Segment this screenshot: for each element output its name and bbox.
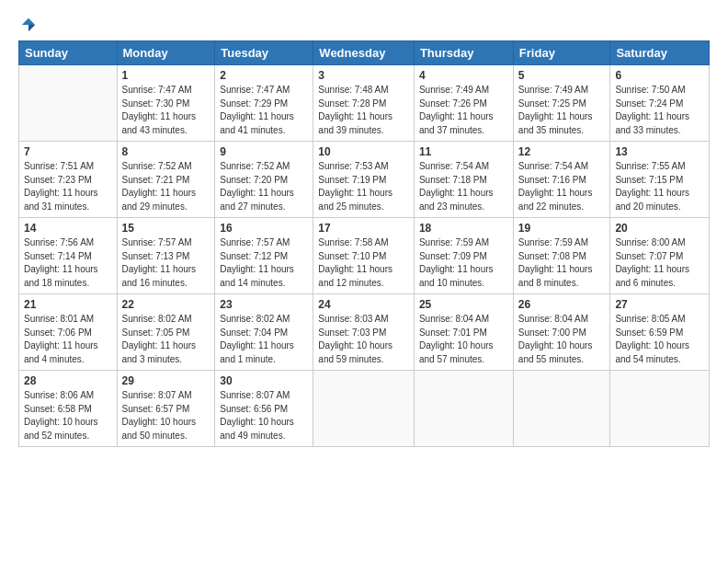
day-number: 3 [318,69,409,82]
day-number: 9 [220,145,308,158]
calendar-cell: 26Sunrise: 8:04 AM Sunset: 7:00 PM Dayli… [513,294,610,371]
day-number: 16 [220,222,308,235]
day-info: Sunrise: 7:54 AM Sunset: 7:18 PM Dayligh… [419,160,508,213]
day-number: 29 [122,374,210,387]
calendar-cell: 27Sunrise: 8:05 AM Sunset: 6:59 PM Dayli… [610,294,710,371]
calendar-cell: 23Sunrise: 8:02 AM Sunset: 7:04 PM Dayli… [215,294,313,371]
day-info: Sunrise: 8:01 AM Sunset: 7:06 PM Dayligh… [24,313,112,366]
calendar-cell: 20Sunrise: 8:00 AM Sunset: 7:07 PM Dayli… [610,218,710,294]
day-number: 25 [419,298,508,311]
calendar-cell: 7Sunrise: 7:51 AM Sunset: 7:23 PM Daylig… [19,142,118,218]
calendar-cell: 22Sunrise: 8:02 AM Sunset: 7:05 PM Dayli… [117,294,215,371]
calendar-week-row: 14Sunrise: 7:56 AM Sunset: 7:14 PM Dayli… [19,218,710,294]
day-number: 17 [318,222,409,235]
day-number: 30 [220,374,308,387]
calendar-cell [513,371,610,447]
day-info: Sunrise: 7:55 AM Sunset: 7:15 PM Dayligh… [615,160,704,213]
calendar-header-monday: Monday [117,41,215,65]
day-info: Sunrise: 7:56 AM Sunset: 7:14 PM Dayligh… [24,236,112,290]
calendar-cell: 25Sunrise: 8:04 AM Sunset: 7:01 PM Dayli… [414,294,513,371]
calendar-cell: 6Sunrise: 7:50 AM Sunset: 7:24 PM Daylig… [610,65,710,142]
calendar-cell: 4Sunrise: 7:49 AM Sunset: 7:26 PM Daylig… [414,65,513,142]
day-info: Sunrise: 7:52 AM Sunset: 7:20 PM Dayligh… [220,160,308,213]
calendar-cell: 1Sunrise: 7:47 AM Sunset: 7:30 PM Daylig… [117,65,215,142]
day-number: 14 [24,222,112,235]
day-number: 28 [24,374,112,387]
calendar-cell: 29Sunrise: 8:07 AM Sunset: 6:57 PM Dayli… [117,371,215,447]
day-info: Sunrise: 7:58 AM Sunset: 7:10 PM Dayligh… [318,236,409,290]
day-number: 6 [615,69,704,82]
calendar-cell: 17Sunrise: 7:58 AM Sunset: 7:10 PM Dayli… [313,218,415,294]
day-info: Sunrise: 7:52 AM Sunset: 7:21 PM Dayligh… [122,160,210,213]
calendar-cell [313,371,415,447]
day-info: Sunrise: 7:50 AM Sunset: 7:24 PM Dayligh… [615,84,704,137]
day-number: 26 [518,298,606,311]
day-info: Sunrise: 7:59 AM Sunset: 7:08 PM Dayligh… [518,236,606,290]
day-info: Sunrise: 7:54 AM Sunset: 7:16 PM Dayligh… [518,160,606,213]
calendar-cell: 9Sunrise: 7:52 AM Sunset: 7:20 PM Daylig… [215,142,313,218]
calendar-cell: 24Sunrise: 8:03 AM Sunset: 7:03 PM Dayli… [313,294,415,371]
day-number: 13 [615,145,704,158]
calendar-cell [414,371,513,447]
day-number: 23 [220,298,308,311]
day-number: 2 [220,69,308,82]
calendar-header-tuesday: Tuesday [215,41,313,65]
day-number: 18 [419,222,508,235]
calendar-cell: 21Sunrise: 8:01 AM Sunset: 7:06 PM Dayli… [19,294,118,371]
day-number: 4 [419,69,508,82]
day-number: 12 [518,145,606,158]
day-number: 22 [122,298,210,311]
day-number: 1 [122,69,210,82]
logo-icon [20,17,37,33]
calendar-cell: 8Sunrise: 7:52 AM Sunset: 7:21 PM Daylig… [117,142,215,218]
calendar-cell: 14Sunrise: 7:56 AM Sunset: 7:14 PM Dayli… [19,218,118,294]
calendar-week-row: 7Sunrise: 7:51 AM Sunset: 7:23 PM Daylig… [19,142,710,218]
calendar-cell: 2Sunrise: 7:47 AM Sunset: 7:29 PM Daylig… [215,65,313,142]
day-number: 20 [615,222,704,235]
calendar-header-wednesday: Wednesday [313,41,415,65]
calendar-week-row: 28Sunrise: 8:06 AM Sunset: 6:58 PM Dayli… [19,371,710,447]
calendar-cell: 3Sunrise: 7:48 AM Sunset: 7:28 PM Daylig… [313,65,415,142]
day-info: Sunrise: 8:04 AM Sunset: 7:01 PM Dayligh… [419,313,508,366]
calendar-week-row: 1Sunrise: 7:47 AM Sunset: 7:30 PM Daylig… [19,65,710,142]
calendar-header-thursday: Thursday [414,41,513,65]
calendar-cell: 10Sunrise: 7:53 AM Sunset: 7:19 PM Dayli… [313,142,415,218]
day-info: Sunrise: 8:03 AM Sunset: 7:03 PM Dayligh… [318,313,409,366]
calendar-cell [19,65,118,142]
day-info: Sunrise: 7:49 AM Sunset: 7:25 PM Dayligh… [518,84,606,137]
day-info: Sunrise: 7:47 AM Sunset: 7:29 PM Dayligh… [220,84,308,137]
page: SundayMondayTuesdayWednesdayThursdayFrid… [0,0,728,563]
logo [18,17,37,33]
day-info: Sunrise: 7:47 AM Sunset: 7:30 PM Dayligh… [122,84,210,137]
svg-marker-0 [22,18,35,25]
day-info: Sunrise: 8:05 AM Sunset: 6:59 PM Dayligh… [615,313,704,366]
day-number: 5 [518,69,606,82]
calendar-cell: 16Sunrise: 7:57 AM Sunset: 7:12 PM Dayli… [215,218,313,294]
calendar-cell: 11Sunrise: 7:54 AM Sunset: 7:18 PM Dayli… [414,142,513,218]
day-info: Sunrise: 7:49 AM Sunset: 7:26 PM Dayligh… [419,84,508,137]
calendar-cell [610,371,710,447]
calendar-header-saturday: Saturday [610,41,710,65]
day-number: 15 [122,222,210,235]
calendar-header-sunday: Sunday [19,41,118,65]
day-number: 27 [615,298,704,311]
day-info: Sunrise: 8:04 AM Sunset: 7:00 PM Dayligh… [518,313,606,366]
day-number: 21 [24,298,112,311]
day-number: 10 [318,145,409,158]
day-info: Sunrise: 7:59 AM Sunset: 7:09 PM Dayligh… [419,236,508,290]
day-info: Sunrise: 7:51 AM Sunset: 7:23 PM Dayligh… [24,160,112,213]
calendar-cell: 12Sunrise: 7:54 AM Sunset: 7:16 PM Dayli… [513,142,610,218]
calendar-header-row: SundayMondayTuesdayWednesdayThursdayFrid… [19,41,710,65]
day-number: 24 [318,298,409,311]
calendar-week-row: 21Sunrise: 8:01 AM Sunset: 7:06 PM Dayli… [19,294,710,371]
calendar-cell: 18Sunrise: 7:59 AM Sunset: 7:09 PM Dayli… [414,218,513,294]
day-info: Sunrise: 8:02 AM Sunset: 7:04 PM Dayligh… [220,313,308,366]
day-info: Sunrise: 8:06 AM Sunset: 6:58 PM Dayligh… [24,389,112,442]
day-number: 11 [419,145,508,158]
day-info: Sunrise: 7:57 AM Sunset: 7:12 PM Dayligh… [220,236,308,290]
day-info: Sunrise: 7:48 AM Sunset: 7:28 PM Dayligh… [318,84,409,137]
day-info: Sunrise: 7:53 AM Sunset: 7:19 PM Dayligh… [318,160,409,213]
calendar-cell: 30Sunrise: 8:07 AM Sunset: 6:56 PM Dayli… [215,371,313,447]
calendar-cell: 28Sunrise: 8:06 AM Sunset: 6:58 PM Dayli… [19,371,118,447]
day-info: Sunrise: 8:07 AM Sunset: 6:57 PM Dayligh… [122,389,210,442]
